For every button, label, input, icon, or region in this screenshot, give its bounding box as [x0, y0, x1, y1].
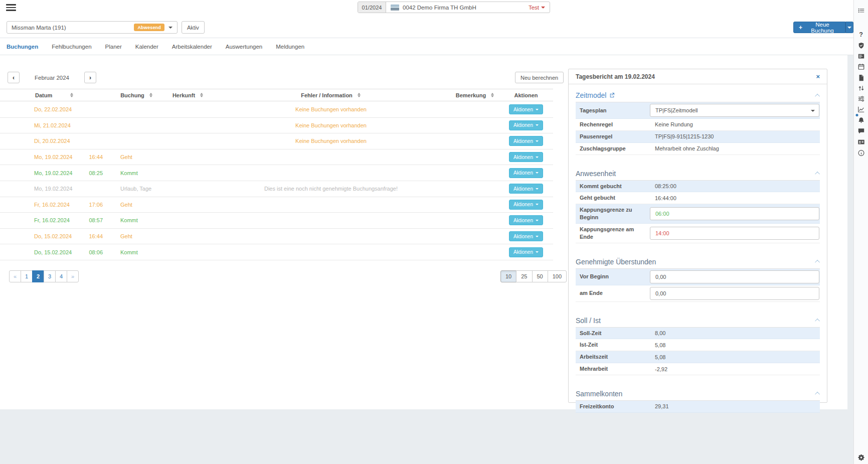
shield-check-icon[interactable] — [857, 41, 865, 50]
page-button-3[interactable]: 3 — [44, 270, 56, 282]
section-title-text: Genehmigte Überstunden — [576, 258, 656, 266]
page-size-25[interactable]: 25 — [516, 270, 532, 282]
row-actions-button[interactable]: Aktionen — [509, 104, 543, 114]
tab-auswertungen[interactable]: Auswertungen — [226, 44, 263, 50]
row-actions-button[interactable]: Aktionen — [509, 152, 543, 162]
value-input[interactable] — [650, 207, 819, 220]
row-actions-button[interactable]: Aktionen — [509, 120, 543, 130]
chevron-down-icon — [536, 172, 539, 174]
page-size-10[interactable]: 10 — [500, 270, 516, 282]
section-label: Zeitmodel — [576, 91, 606, 99]
page-size-100[interactable]: 100 — [548, 270, 567, 282]
sort-icon[interactable] — [70, 93, 74, 97]
help-icon[interactable]: ? — [857, 30, 865, 39]
section-title-text: Sammelkonten — [576, 390, 622, 398]
row-actions-button[interactable]: Aktionen — [509, 215, 543, 225]
panel-row-value — [650, 285, 820, 301]
page-button-«[interactable]: « — [9, 270, 21, 282]
next-month-button[interactable]: › — [84, 72, 96, 83]
collapse-chevron-icon[interactable] — [815, 260, 820, 265]
panel-row-label: Soll-Zeit — [576, 328, 650, 339]
row-actions-button[interactable]: Aktionen — [509, 168, 543, 178]
aktiv-button[interactable]: Aktiv — [182, 21, 205, 34]
tagesplan-select[interactable]: TP|FS|Zeitmodell — [650, 104, 819, 117]
row-actions-button[interactable]: Aktionen — [509, 200, 543, 210]
tab-kalender[interactable]: Kalender — [135, 44, 158, 50]
environment-dropdown[interactable]: Test — [529, 5, 545, 11]
period-selector[interactable]: 01/2024 — [358, 2, 386, 13]
tab-planer[interactable]: Planer — [105, 44, 122, 50]
panel-row-label: Tagesplan — [576, 105, 650, 116]
bell-icon[interactable] — [857, 116, 865, 124]
page-size-50[interactable]: 50 — [532, 270, 548, 282]
tasks-icon[interactable] — [857, 6, 865, 15]
page-button-4[interactable]: 4 — [55, 270, 67, 282]
collapse-chevron-icon[interactable] — [815, 172, 820, 177]
employee-select[interactable]: Missman Marta (191) Abwesend — [7, 21, 178, 34]
id-card-icon[interactable] — [857, 137, 865, 146]
panel-row-label: Arbeitszeit — [576, 351, 650, 363]
menu-icon[interactable] — [6, 4, 16, 12]
panel-row: Ist-Zeit5,08 — [576, 339, 820, 351]
panel-row: Geht gebucht16:44:00 — [576, 192, 820, 204]
booking-row: Mo, 19.02.202408:25KommtAktionen — [0, 165, 553, 181]
value-input[interactable] — [650, 287, 819, 300]
tab-meldungen[interactable]: Meldungen — [276, 44, 304, 50]
sort-icon[interactable] — [149, 93, 153, 97]
page-button-»[interactable]: » — [67, 270, 79, 282]
panel-row-label: Freizeitkonto — [576, 401, 650, 412]
sort-arrows-icon[interactable] — [857, 84, 865, 92]
cell-actions: Aktionen — [499, 136, 553, 146]
cell-date: Mo, 19.02.2024 — [0, 154, 85, 160]
gear-icon[interactable] — [857, 453, 865, 461]
panel-row-value — [650, 269, 820, 285]
sliders-icon[interactable] — [857, 94, 865, 103]
row-actions-label: Aktionen — [513, 249, 533, 255]
row-actions-button[interactable]: Aktionen — [509, 184, 543, 194]
panel-row-label: Kappungsgrenze zu Beginn — [576, 204, 650, 223]
panel-row-label: Mehrarbeit — [576, 363, 650, 375]
chevron-down-icon — [536, 124, 539, 126]
notification-dot — [856, 114, 858, 116]
page-button-1[interactable]: 1 — [21, 270, 33, 282]
panel-row-value: 29,31 — [650, 401, 820, 411]
collapse-chevron-icon[interactable] — [815, 319, 820, 324]
tab-fehlbuchungen[interactable]: Fehlbuchungen — [52, 44, 91, 50]
value-input[interactable] — [650, 227, 819, 240]
row-actions-button[interactable]: Aktionen — [509, 231, 543, 241]
section-title-text[interactable]: Zeitmodel — [576, 91, 615, 99]
chart-line-icon[interactable] — [857, 105, 865, 113]
panel-row: Soll-Zeit8,00 — [576, 328, 820, 340]
row-actions-button[interactable]: Aktionen — [509, 247, 543, 257]
new-booking-dropdown[interactable] — [845, 22, 853, 33]
cell-date: Do, 15.02.2024 — [0, 249, 85, 255]
info-circle-icon[interactable] — [857, 148, 865, 157]
section-label: Genehmigte Überstunden — [576, 258, 656, 266]
sort-icon[interactable] — [491, 93, 494, 97]
external-link-icon[interactable] — [609, 91, 615, 99]
column-header-time — [85, 89, 108, 101]
cell-date: Do, 22.02.2024 — [0, 106, 85, 112]
cell-booking: Kommt — [108, 249, 165, 255]
collapse-chevron-icon[interactable] — [815, 392, 820, 397]
close-icon[interactable]: × — [816, 73, 820, 80]
chevron-down-icon — [536, 157, 539, 158]
document-icon[interactable] — [857, 73, 865, 82]
collapse-chevron-icon[interactable] — [815, 93, 820, 98]
chevron-down-icon — [811, 110, 815, 112]
calendar-icon[interactable] — [857, 62, 865, 71]
row-actions-button[interactable]: Aktionen — [509, 136, 543, 146]
tab-buchungen[interactable]: Buchungen — [7, 44, 38, 50]
sort-icon[interactable] — [358, 93, 361, 97]
column-label: Bemerkung — [456, 92, 486, 98]
value-input[interactable] — [650, 270, 819, 283]
new-booking-button[interactable]: + Neue Buchung — [793, 22, 845, 33]
tab-arbeitskalender[interactable]: Arbeitskalender — [172, 44, 212, 50]
list-rows-icon[interactable] — [857, 52, 865, 60]
cell-info: Keine Buchungen vorhanden — [211, 122, 451, 128]
prev-month-button[interactable]: ‹ — [8, 72, 20, 83]
recalculate-button[interactable]: Neu berechnen — [515, 72, 564, 83]
chat-icon[interactable] — [857, 126, 865, 135]
page-button-2[interactable]: 2 — [32, 270, 44, 282]
sort-icon[interactable] — [200, 93, 204, 97]
